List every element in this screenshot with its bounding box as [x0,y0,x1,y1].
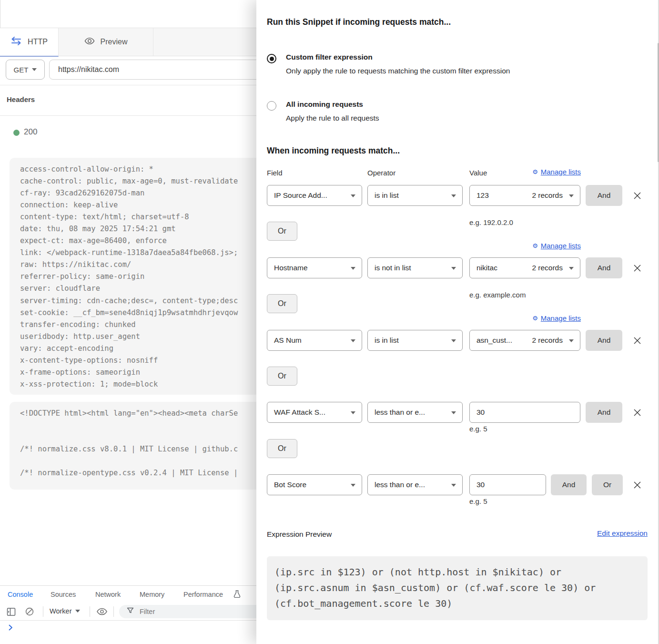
column-label-field: Field [267,169,283,177]
operator-select[interactable]: is in list [367,330,463,351]
remove-condition-icon[interactable] [633,481,642,490]
status-ok-dot [13,130,20,136]
radio-custom-filter[interactable] [267,54,276,63]
operator-select[interactable]: less than or e... [367,474,463,495]
devtools-tab-memory[interactable]: Memory [140,591,164,598]
field-select[interactable]: Hostname [267,257,362,278]
chevron-down-icon [451,339,456,342]
remove-condition-icon[interactable] [633,337,642,345]
devtools-tab-performance[interactable]: Performance [183,591,223,598]
toolbar-divider [43,606,43,617]
devtools-tabs: Console Sources Network Memory Performan… [0,585,256,604]
or-button[interactable]: Or [267,367,297,386]
radio-all-requests-label: All incoming requests [286,100,363,109]
value-input-wrap [469,402,580,423]
funnel-icon [127,607,134,616]
snippet-rule-screen: HTTP Preview GET Header [0,0,659,644]
remove-condition-icon[interactable] [633,409,642,417]
and-button[interactable]: And [551,474,587,495]
or-button[interactable]: Or [267,222,297,241]
tab-preview[interactable]: Preview [59,28,153,56]
value-input[interactable] [470,402,580,422]
swap-arrows-icon [10,37,22,48]
list-record-count: 2 records [532,264,563,272]
operator-select[interactable]: less than or e... [367,402,463,423]
chevron-down-icon [451,194,456,197]
operator-select[interactable]: is not in list [367,257,463,278]
edit-expression-link[interactable]: Edit expression [597,529,648,538]
tab-http-label: HTTP [28,38,48,46]
url-field-wrap [49,60,256,80]
column-label-operator: Operator [367,169,395,177]
toolbar-divider [90,606,90,617]
context-select[interactable]: Worker [50,607,80,615]
filter-input[interactable] [139,607,256,616]
field-select[interactable]: WAF Attack S... [267,402,362,423]
value-list-select[interactable]: nikitac 2 records [469,257,580,278]
list-record-count: 2 records [532,336,563,345]
column-label-value: Value [469,169,487,177]
and-button[interactable]: And [586,330,622,351]
gear-icon: ⚙ [532,315,538,321]
radio-all-requests-description: Apply the rule to all requests [286,114,379,123]
value-list-select[interactable]: 123 2 records [469,185,580,206]
chevron-down-icon [351,267,355,270]
chevron-down-icon [451,411,456,414]
devtools-tab-network[interactable]: Network [95,591,121,598]
devtools-tab-console[interactable]: Console [8,591,33,598]
response-body-block: <!DOCTYPE html><html lang="en"><head><me… [10,402,256,490]
and-button[interactable]: And [586,257,622,278]
chevron-down-icon [569,339,574,342]
chevron-down-icon [75,610,80,613]
toolbar-divider [113,606,114,617]
chevron-down-icon [351,339,355,342]
chevron-down-icon [351,411,355,414]
url-input[interactable] [50,60,256,79]
headers-section-bar: Headers [0,85,256,116]
live-expression-eye-icon[interactable] [96,608,108,617]
headers-section-label: Headers [7,95,35,103]
value-list-select[interactable]: asn_cust... 2 records [469,330,580,351]
and-button[interactable]: And [586,402,622,423]
list-record-count: 2 records [532,191,563,200]
response-headers-block: access-control-allow-origin: * cache-con… [10,158,256,395]
field-select[interactable]: IP Source Add... [267,185,362,206]
devtools-toolbar: Worker [0,603,256,621]
remove-condition-icon[interactable] [633,264,642,273]
field-select[interactable]: AS Num [267,330,362,351]
tester-tabs: HTTP Preview [0,28,256,56]
toggle-drawer-icon[interactable] [7,607,16,618]
field-select[interactable]: Bot Score [267,474,362,495]
value-input-wrap [469,474,546,495]
request-row: GET [0,56,256,85]
gear-icon: ⚙ [532,243,538,249]
method-select[interactable]: GET [6,60,45,80]
manage-lists-link[interactable]: ⚙ Manage lists [532,168,581,176]
and-button[interactable]: And [586,185,622,206]
eye-icon [84,37,95,47]
operator-select[interactable]: is in list [367,185,463,206]
or-append-button[interactable]: Or [592,474,623,495]
drawer-title: Run this Snippet if incoming requests ma… [267,17,451,27]
chevron-down-icon [32,68,37,71]
manage-lists-link[interactable]: ⚙ Manage lists [532,242,581,250]
chevron-down-icon [451,267,456,270]
radio-custom-filter-label: Custom filter expression [286,53,373,61]
remove-condition-icon[interactable] [633,192,642,200]
value-input[interactable] [470,475,546,495]
console-prompt-icon[interactable] [9,624,13,633]
snippet-rule-drawer: Run this Snippet if incoming requests ma… [256,0,659,644]
clear-console-icon[interactable] [25,607,34,618]
status-code: 200 [24,127,37,137]
tab-http[interactable]: HTTP [0,28,59,57]
value-hint: e.g. 5 [469,425,487,433]
manage-lists-link[interactable]: ⚙ Manage lists [532,314,581,322]
or-button[interactable]: Or [267,294,297,313]
console-filter[interactable] [119,605,256,618]
match-heading: When incoming requests match... [267,146,400,156]
flask-icon [233,590,241,600]
expression-preview-label: Expression Preview [267,530,332,539]
devtools-tab-sources[interactable]: Sources [51,591,76,598]
radio-all-requests[interactable] [267,101,276,111]
or-button[interactable]: Or [267,439,297,458]
